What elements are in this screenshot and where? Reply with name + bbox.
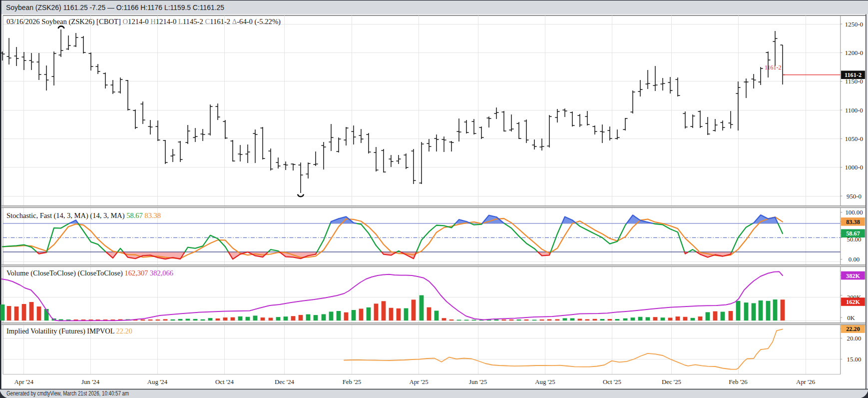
svg-text:58.67: 58.67 — [846, 230, 860, 237]
svg-text:Generated by cmdtyView, March: Generated by cmdtyView, March 21st 2026,… — [6, 390, 129, 397]
svg-text:1161-2: 1161-2 — [765, 64, 782, 71]
svg-text:1050-0: 1050-0 — [845, 136, 863, 142]
svg-text:Jun '25: Jun '25 — [469, 378, 487, 386]
svg-text:Apr '26: Apr '26 — [796, 378, 816, 386]
svg-text:03/16/2026 Soybean (ZSK26) [CB: 03/16/2026 Soybean (ZSK26) [CBOT] O1214-… — [6, 17, 281, 26]
svg-text:Feb '26: Feb '26 — [729, 378, 748, 386]
svg-text:1000-0: 1000-0 — [845, 164, 863, 171]
svg-text:Dec '24: Dec '24 — [275, 378, 295, 386]
svg-text:1150-0: 1150-0 — [845, 78, 863, 85]
svg-text:20.00: 20.00 — [847, 335, 862, 342]
svg-text:Feb '25: Feb '25 — [343, 378, 362, 386]
svg-text:1200-0: 1200-0 — [845, 50, 863, 56]
svg-text:Apr '24: Apr '24 — [14, 378, 34, 386]
svg-text:Soybean (ZSK26) 1161.25 -7.25: Soybean (ZSK26) 1161.25 -7.25 — O:1166 H… — [6, 3, 224, 12]
svg-text:Oct '24: Oct '24 — [215, 378, 234, 386]
svg-text:22.20: 22.20 — [846, 326, 860, 332]
svg-text:Aug '24: Aug '24 — [147, 378, 168, 386]
svg-text:Oct '25: Oct '25 — [603, 378, 621, 386]
svg-text:1250-0: 1250-0 — [845, 21, 863, 28]
svg-text:0.00: 0.00 — [849, 256, 860, 263]
svg-text:Implied Volatility (Futures): Implied Volatility (Futures) IMPVOL 22.2… — [6, 326, 132, 336]
svg-text:0K: 0K — [847, 314, 855, 322]
svg-text:Apr '25: Apr '25 — [409, 378, 428, 386]
svg-text:382K: 382K — [846, 272, 860, 280]
svg-text:Aug '25: Aug '25 — [535, 378, 555, 386]
svg-text:Stochastic, Fast (14, 3, MA): Stochastic, Fast (14, 3, MA) (14, 3, MA)… — [6, 211, 161, 220]
svg-text:Dec '25: Dec '25 — [662, 378, 681, 386]
svg-text:100.00: 100.00 — [845, 209, 863, 216]
svg-text:950-0: 950-0 — [847, 193, 862, 200]
svg-text:1161-2: 1161-2 — [845, 72, 862, 78]
svg-text:162K: 162K — [846, 298, 860, 306]
svg-text:Jun '24: Jun '24 — [81, 378, 100, 386]
svg-text:1100-0: 1100-0 — [845, 107, 863, 114]
svg-text:83.38: 83.38 — [846, 218, 860, 226]
svg-text:15.00: 15.00 — [847, 356, 862, 363]
svg-text:Volume (CloseToClose) (CloseT: Volume (CloseToClose) (CloseToClose) 162… — [6, 268, 173, 278]
